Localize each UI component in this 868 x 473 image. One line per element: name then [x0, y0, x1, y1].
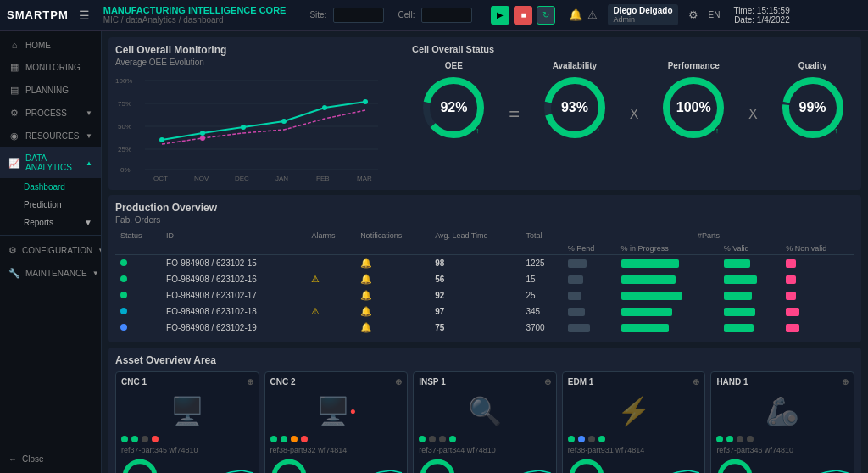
- progress-bar-cell: [616, 271, 719, 287]
- indicator-dot-3: [449, 436, 456, 442]
- indicator-dot-1: [281, 436, 287, 442]
- asset-indicators: [716, 436, 849, 442]
- progress-bar-cell: [616, 255, 719, 272]
- settings-icon[interactable]: ⚙: [688, 8, 698, 21]
- total-cell: 25: [520, 287, 562, 303]
- indicator-dot-2: [439, 436, 446, 442]
- zoom-icon[interactable]: ⊕: [842, 377, 849, 387]
- resources-arrow: ▼: [86, 132, 92, 140]
- asset-card-title: HAND 1 ⊕: [716, 377, 849, 387]
- notif-cell: 🔔: [355, 287, 430, 303]
- asset-name: HAND 1: [716, 377, 748, 387]
- sidebar-label-planning: PLANNING: [25, 86, 69, 95]
- asset-card-title: CNC 1 ⊕: [121, 377, 253, 387]
- asset-gauge-mini: 68%: [270, 458, 403, 473]
- table-row: FO-984908 / 623102-16 ⚠ 🔔 56 15: [115, 271, 854, 287]
- mini-gauge: 92%: [121, 458, 159, 473]
- col-non-valid: % Non valid: [781, 242, 854, 255]
- zoom-icon[interactable]: ⊕: [693, 377, 699, 387]
- non-valid-bar-cell: [781, 271, 854, 287]
- notif-cell: 🔔: [355, 255, 430, 272]
- sidebar-item-planning[interactable]: ▤ PLANNING: [0, 79, 101, 102]
- valid-bar-cell: [719, 287, 782, 303]
- svg-point-22: [200, 136, 205, 141]
- asset-sparkline: [461, 464, 551, 473]
- asset-indicators: [121, 436, 253, 442]
- oee-label: OEE: [445, 61, 463, 70]
- x-sign-1: X: [630, 81, 639, 122]
- language-button[interactable]: EN: [709, 10, 721, 19]
- topbar: SMARTPM ☰ MANUFACTURING INTELLIGENCE COR…: [0, 0, 868, 31]
- indicator-dot-1: [726, 436, 733, 442]
- menu-icon[interactable]: ☰: [79, 8, 90, 22]
- alarm-icon: ⚠: [311, 306, 320, 316]
- play-button[interactable]: ▶: [491, 6, 509, 25]
- alarm-cell: [306, 320, 355, 336]
- svg-text:NOV: NOV: [194, 175, 209, 182]
- quality-value: 99%: [799, 100, 826, 115]
- sidebar-sub-prediction[interactable]: Prediction: [0, 196, 101, 214]
- oee-value: 92%: [440, 100, 467, 115]
- indicator-dot-0: [716, 436, 723, 442]
- sidebar-item-resources[interactable]: ◉ RESOURCES ▼: [0, 125, 101, 147]
- production-section: Production Overview Fab. Orders Status I…: [108, 195, 861, 342]
- indicator-dot-2: [142, 436, 148, 442]
- warning-icon[interactable]: ⚠: [587, 8, 598, 21]
- zoom-icon[interactable]: ⊕: [395, 377, 402, 387]
- svg-point-19: [281, 119, 287, 124]
- sidebar-label-maintenance: MAINTENANCE: [25, 269, 87, 278]
- sidebar-item-home[interactable]: ⌂ HOME: [0, 34, 101, 56]
- sidebar-item-monitoring[interactable]: ▦ MONITORING: [0, 56, 101, 79]
- non-valid-bar-cell: [781, 287, 854, 303]
- production-title: Production Overview: [115, 202, 854, 214]
- asset-icon-area: ⚡: [568, 390, 700, 432]
- status-cell: [115, 287, 161, 303]
- time-display: Time: 15:15:59: [733, 6, 789, 15]
- zoom-icon[interactable]: ⊕: [544, 377, 551, 387]
- svg-point-20: [322, 105, 327, 110]
- machine-icon: 🖥️: [170, 395, 204, 427]
- zoom-icon[interactable]: ⊕: [247, 377, 253, 387]
- notif-empty: 🔔: [360, 258, 372, 268]
- asset-grid: CNC 1 ⊕ 🖥️ ref37-part345 wf74810 92%: [115, 371, 854, 473]
- indicator-dot-0: [270, 436, 277, 442]
- alarm-icon: ⚠: [311, 274, 320, 284]
- svg-text:0%: 0%: [120, 166, 131, 174]
- availability-trend: ↑: [596, 126, 600, 135]
- close-button[interactable]: ← Close: [0, 448, 101, 470]
- sidebar-sub-reports[interactable]: Reports ▼: [0, 214, 101, 231]
- col-alarms: Alarms: [306, 230, 355, 242]
- stop-button[interactable]: ■: [514, 6, 532, 25]
- monitoring-icon: ▦: [8, 62, 20, 73]
- production-tbody: FO-984908 / 623102-15 🔔 98 1225 FO-98490…: [115, 255, 854, 337]
- sidebar-label-home: HOME: [25, 41, 51, 50]
- production-table: Status ID Alarms Notifications Avg. Lead…: [115, 230, 854, 336]
- sidebar-item-maintenance[interactable]: 🔧 MAINTENANCE ▼: [0, 262, 101, 285]
- bell-icon[interactable]: 🔔: [569, 8, 582, 21]
- planning-icon: ▤: [8, 85, 20, 96]
- oee-chart-area: Cell Overall Monitoring Average OEE Evol…: [115, 44, 403, 183]
- oee-gauge-wrap: 92% ↑: [420, 74, 487, 142]
- production-subtitle: Fab. Orders: [115, 215, 854, 225]
- analytics-arrow: ▲: [86, 159, 92, 167]
- refresh-button[interactable]: ↻: [537, 6, 555, 25]
- performance-value: 100%: [676, 100, 711, 115]
- asset-name: EDM 1: [568, 377, 594, 387]
- sidebar-sub-dashboard[interactable]: Dashboard: [0, 178, 101, 196]
- asset-card: EDM 1 ⊕ ⚡ ref38-part931 wf74814 84%: [562, 371, 706, 473]
- user-block[interactable]: Diego Delgado Admin: [608, 4, 677, 25]
- sidebar-item-data-analytics[interactable]: 📈 DATA ANALYTICS ▲: [0, 147, 101, 178]
- status-cell: [115, 271, 161, 287]
- indicator-dot-2: [291, 436, 298, 442]
- col-notifications: Notifications: [355, 230, 430, 242]
- col-lead-time: Avg. Lead Time: [430, 230, 520, 242]
- sidebar-item-process[interactable]: ⚙ PROCESS ▼: [0, 102, 101, 125]
- performance-gauge: Performance 100% ↑: [659, 61, 727, 142]
- sidebar-item-configuration[interactable]: ⚙ CONFIGURATION ▼: [0, 239, 101, 262]
- x-sign-2: X: [748, 81, 758, 122]
- process-arrow: ▼: [86, 109, 92, 117]
- quality-gauge-wrap: 99% ↑: [779, 74, 847, 142]
- process-icon: ⚙: [8, 108, 20, 119]
- table-row: FO-984908 / 623102-15 🔔 98 1225: [115, 255, 854, 272]
- notif-empty: 🔔: [360, 306, 372, 316]
